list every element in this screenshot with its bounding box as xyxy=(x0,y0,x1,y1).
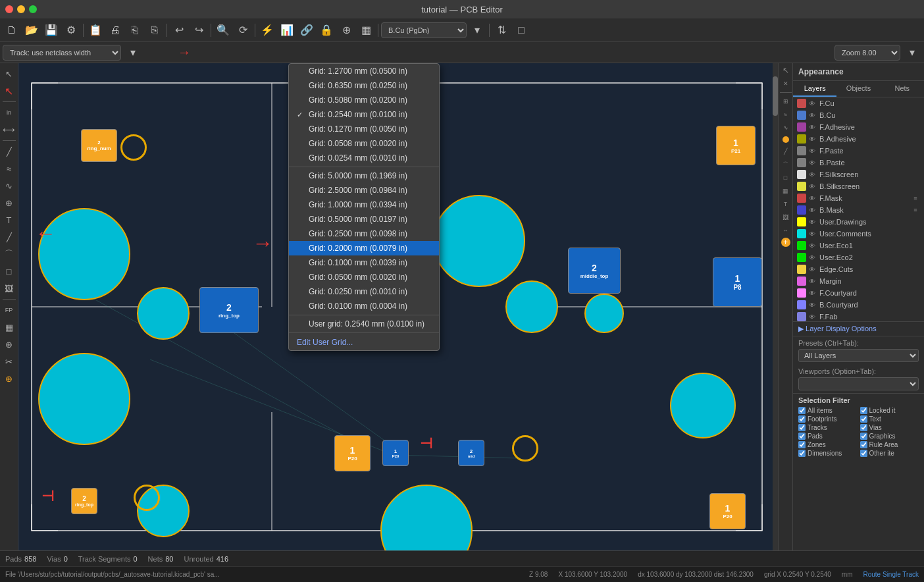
sf-checkbox-8[interactable] xyxy=(798,441,806,448)
layer-item-f-paste[interactable]: 👁F.Paste xyxy=(793,145,924,157)
layer-item-edge-cuts[interactable]: 👁Edge.Cuts xyxy=(793,263,924,275)
viewports-selector[interactable] xyxy=(798,377,919,390)
pcb-pad-ring-top[interactable]: 2 ring_top xyxy=(199,287,259,333)
3d-button[interactable]: □ xyxy=(512,21,530,40)
plus-icon[interactable]: + xyxy=(781,238,790,247)
grid-item-2[interactable]: Grid: 0.5080 mm (0.0200 in) xyxy=(289,93,439,107)
layer-visibility-icon[interactable]: 👁 xyxy=(809,230,817,238)
pad-button[interactable]: ⊕ xyxy=(337,21,355,40)
route-track-tool[interactable]: ╱ xyxy=(1,144,17,159)
sf-checkbox-2[interactable] xyxy=(798,415,806,423)
layer-visibility-icon[interactable]: 👁 xyxy=(809,290,817,297)
sf-checkbox-5[interactable] xyxy=(860,424,867,431)
layer-visibility-icon[interactable]: 👁 xyxy=(809,136,817,143)
maximize-button[interactable] xyxy=(29,5,37,13)
scrollbar-thumb[interactable] xyxy=(773,76,778,116)
import-button[interactable]: ⎘ xyxy=(145,21,164,40)
presets-selector[interactable]: All Layers xyxy=(798,349,919,362)
route-diff-pair-tool[interactable]: ≈ xyxy=(1,161,17,176)
rect-icon[interactable]: □ xyxy=(780,172,792,184)
sf-checkbox-7[interactable] xyxy=(860,433,867,440)
vertical-scrollbar[interactable] xyxy=(773,63,778,550)
layer-visibility-icon[interactable]: 👁 xyxy=(809,159,817,167)
grid-item-8[interactable]: Grid: 2.5000 mm (0.0984 in) xyxy=(289,183,439,198)
layer-visibility-icon[interactable]: 👁 xyxy=(809,112,817,119)
arc-icon[interactable]: ⌒ xyxy=(780,159,792,171)
image-icon-r[interactable]: 🖼 xyxy=(780,211,792,223)
hatch-icon[interactable]: ▦ xyxy=(780,185,792,197)
layer-visibility-icon[interactable]: 👁 xyxy=(809,278,817,285)
sf-checkbox-3[interactable] xyxy=(860,415,867,423)
layer-visibility-icon[interactable]: 👁 xyxy=(809,195,817,202)
layer-visibility-icon[interactable]: 👁 xyxy=(809,100,817,107)
tune-track-tool[interactable]: ∿ xyxy=(1,178,17,194)
new-button[interactable]: 🗋 xyxy=(3,21,21,40)
pcb-pad-middle-top[interactable]: 2 middle_top xyxy=(568,248,621,294)
layer-item-b-adhesive[interactable]: 👁B.Adhesive xyxy=(793,133,924,145)
pcb-canvas[interactable]: 1 P21 2 ring_num 2 ring_top 2 middle_top… xyxy=(18,63,778,550)
close-icon[interactable]: ✕ xyxy=(780,78,792,90)
draw-rect-tool[interactable]: □ xyxy=(1,263,17,279)
layer-item-b-silkscreen[interactable]: 👁B.Silkscreen xyxy=(793,180,924,192)
flip-button[interactable]: ⇅ xyxy=(492,21,511,40)
sf-checkbox-6[interactable] xyxy=(798,433,806,440)
tab-objects[interactable]: Objects xyxy=(836,81,880,97)
layer-item-margin[interactable]: 👁Margin xyxy=(793,275,924,287)
open-button[interactable]: 📂 xyxy=(22,21,41,40)
ratsnest-button[interactable]: 🔗 xyxy=(297,21,316,40)
grid-item-13[interactable]: Grid: 0.1000 mm (0.0039 in) xyxy=(289,255,439,270)
layer-visibility-icon[interactable]: 👁 xyxy=(809,254,817,261)
track-width-selector[interactable]: Track: use netclass width xyxy=(3,45,121,61)
pcb-pad-p20-3[interactable]: 2 mid xyxy=(458,440,484,466)
pcb-pad-p21[interactable]: 1 P21 xyxy=(716,126,756,165)
grid-item-3[interactable]: ✓ Grid: 0.2540 mm (0.0100 in) xyxy=(289,107,439,122)
layer-visibility-icon[interactable]: 👁 xyxy=(809,207,817,214)
redo-button[interactable]: ↪ xyxy=(190,21,208,40)
close-button[interactable] xyxy=(5,5,13,13)
sf-checkbox-0[interactable] xyxy=(798,407,806,414)
sf-checkbox-10[interactable] xyxy=(798,450,806,457)
copy-button[interactable]: 📋 xyxy=(86,21,105,40)
search-button[interactable]: 🔍 xyxy=(214,21,232,40)
pcb-pad-p8[interactable]: 1 P8 xyxy=(713,257,762,307)
grid-item-11[interactable]: Grid: 0.2500 mm (0.0098 in) xyxy=(289,226,439,241)
layer-visibility-icon[interactable]: 👁 xyxy=(809,242,817,250)
layer-item-f-fab[interactable]: 👁F.Fab xyxy=(793,311,924,321)
grid-item-15[interactable]: Grid: 0.0250 mm (0.0010 in) xyxy=(289,284,439,299)
tab-nets[interactable]: Nets xyxy=(881,81,924,97)
drc-button[interactable]: ⚡ xyxy=(258,21,276,40)
add-text-tool[interactable]: T xyxy=(1,212,17,228)
layer-visibility-icon[interactable]: 👁 xyxy=(809,124,817,131)
grid-item-4[interactable]: Grid: 0.1270 mm (0.0050 in) xyxy=(289,122,439,136)
print-button[interactable]: 🖨 xyxy=(106,21,124,40)
delete-tool[interactable]: ✂ xyxy=(1,354,17,369)
export-button[interactable]: ⎗ xyxy=(126,21,144,40)
layer-visibility-icon[interactable]: 👁 xyxy=(809,219,817,226)
place-via-tool[interactable]: ⊕ xyxy=(1,195,17,211)
line-icon[interactable]: ╱ xyxy=(780,146,792,157)
text-icon-r[interactable]: T xyxy=(780,198,792,210)
pcb-pad-ring-num[interactable]: 2 ring_num xyxy=(81,129,117,162)
layer-item-f-cu[interactable]: 👁F.Cu xyxy=(793,97,924,109)
layer-item-f-courtyard[interactable]: 👁F.Courtyard xyxy=(793,287,924,299)
grid-icon[interactable]: ⊞ xyxy=(780,95,792,107)
tune-icon[interactable]: ∿ xyxy=(780,122,792,134)
add-zone-tool[interactable]: ▦ xyxy=(1,319,17,335)
layer-item-user-eco2[interactable]: 👁User.Eco2 xyxy=(793,251,924,263)
pcb-pad-ring-top-bl[interactable]: 2 ring_top xyxy=(71,488,97,514)
layer-item-f-adhesive[interactable]: 👁F.Adhesive xyxy=(793,121,924,133)
layer-item-b-paste[interactable]: 👁B.Paste xyxy=(793,157,924,169)
layer-item-f-mask[interactable]: 👁F.Mask≡ xyxy=(793,192,924,204)
add-image-tool[interactable]: 🖼 xyxy=(1,280,17,296)
draw-arc-tool[interactable]: ⌒ xyxy=(1,246,17,262)
layer-dropdown-button[interactable]: ▾ xyxy=(468,21,486,40)
measure-tool[interactable]: ⟷ xyxy=(1,122,17,138)
layer-item-b-courtyard[interactable]: 👁B.Courtyard xyxy=(793,299,924,311)
tab-layers[interactable]: Layers xyxy=(793,81,836,97)
measure-icon[interactable]: ↔ xyxy=(780,225,792,236)
save-button[interactable]: 💾 xyxy=(42,21,61,40)
grid-item-5[interactable]: Grid: 0.0508 mm (0.0020 in) xyxy=(289,136,439,151)
layer-visibility-icon[interactable]: 👁 xyxy=(809,147,817,155)
place-target-tool[interactable]: ⊕ xyxy=(1,336,17,352)
cursor-icon[interactable]: ↖ xyxy=(780,65,792,76)
